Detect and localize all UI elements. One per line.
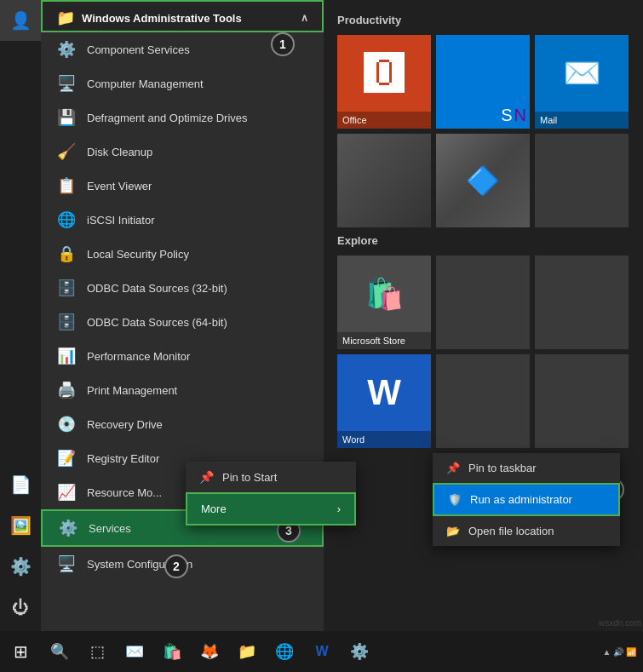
app-item-label: Defragment and Optimize Drives <box>87 112 248 124</box>
run-as-admin-item[interactable]: 🛡️ Run as administrator <box>433 483 620 516</box>
services-icon: ⚙️ <box>56 516 80 540</box>
taskbar-chrome-icon[interactable]: 🌐 <box>269 636 300 667</box>
task-view-icon: ⬚ <box>90 642 105 661</box>
tile-placeholder3[interactable] <box>535 134 629 227</box>
sidebar: 👤 📄 🖼️ ⚙️ ⏻ <box>0 0 41 631</box>
app-item-label: Performance Monitor <box>87 350 190 363</box>
tile-office-label: Office <box>337 112 431 129</box>
sidebar-photo-icon[interactable]: 🖼️ <box>0 505 41 546</box>
taskbar-settings-icon[interactable]: ⚙️ <box>344 636 375 667</box>
taskbar-search-button[interactable]: 🔍 <box>44 636 75 667</box>
chrome-icon: 🌐 <box>275 642 294 661</box>
open-file-label: Open file location <box>468 525 554 537</box>
start-button[interactable]: ⊞ <box>0 631 41 672</box>
section-header-admin-tools[interactable]: 📁 Windows Administrative Tools ∧ <box>41 0 324 32</box>
explore-label: Explore <box>337 234 629 247</box>
tiles-row-2: 🔷 <box>337 134 629 227</box>
section-collapse-arrow[interactable]: ∧ <box>301 12 308 24</box>
watermark: wsxdn.com <box>599 618 641 628</box>
run-as-admin-icon: 🛡️ <box>448 493 462 506</box>
word-icon: W <box>315 644 328 659</box>
app-item-perf-monitor[interactable]: 📊 Performance Monitor <box>41 339 324 373</box>
tile-word[interactable]: W Word <box>337 354 431 448</box>
app-item-label: ODBC Data Sources (64-bit) <box>87 316 227 329</box>
sidebar-power-icon[interactable]: ⏻ <box>0 587 41 628</box>
settings-icon: ⚙️ <box>350 642 369 661</box>
tile-mail-label: Mail <box>535 112 629 129</box>
tiles-row-3: 🛍️ Microsoft Store <box>337 256 629 349</box>
settings-icon: ⚙️ <box>10 556 32 577</box>
taskbar-firefox-icon[interactable]: 🦊 <box>194 636 225 667</box>
open-file-location-item[interactable]: 📂 Open file location <box>433 516 620 546</box>
pin-to-start-item[interactable]: 📌 Pin to Start <box>186 462 356 492</box>
start-icon: ⊞ <box>14 641 28 662</box>
print-mgmt-icon: 🖨️ <box>55 378 78 402</box>
computer-management-icon: 🖥️ <box>55 72 78 95</box>
app-item-computer-management[interactable]: 🖥️ Computer Management <box>41 66 324 101</box>
iscsi-icon: 🌐 <box>55 208 78 232</box>
app-item-label: Registry Editor <box>87 452 159 465</box>
app-item-label: Local Security Policy <box>87 248 189 261</box>
app-item-label: Computer Management <box>87 78 204 90</box>
odbc64-icon: 🗄️ <box>55 310 78 334</box>
disk-cleanup-icon: 🧹 <box>55 140 78 164</box>
tile-skype[interactable]: S N <box>436 35 530 129</box>
app-item-label: Component Services <box>87 43 190 56</box>
taskbar-system-tray: ▲ 🔊 📶 <box>603 647 643 657</box>
recovery-icon: 💿 <box>55 412 78 436</box>
step-badge-1: 1 <box>271 32 295 56</box>
app-item-local-security[interactable]: 🔒 Local Security Policy <box>41 237 324 271</box>
pin-to-start-label: Pin to Start <box>222 471 277 484</box>
taskbar-store-icon[interactable]: 🛍️ <box>157 636 187 667</box>
app-item-recovery[interactable]: 💿 Recovery Drive <box>41 407 324 441</box>
tile-placeholder2[interactable]: 🔷 <box>436 134 530 227</box>
folder-icon: 📁 <box>56 9 75 27</box>
sidebar-user-icon[interactable]: 👤 <box>0 0 41 41</box>
tile-placeholder4[interactable] <box>436 256 530 349</box>
app-item-label: Event Viewer <box>87 180 152 192</box>
resource-monitor-icon: 📈 <box>55 480 78 504</box>
app-item-defragment[interactable]: 💾 Defragment and Optimize Drives <box>41 101 324 135</box>
taskbar-explorer-icon[interactable]: 📁 <box>232 636 262 667</box>
taskbar-task-view[interactable]: ⬚ <box>82 636 112 667</box>
doc-icon: 📄 <box>10 474 32 495</box>
app-item-label: Recovery Drive <box>87 418 163 431</box>
app-item-odbc64[interactable]: 🗄️ ODBC Data Sources (64-bit) <box>41 305 324 339</box>
sidebar-settings-icon[interactable]: ⚙️ <box>0 546 41 587</box>
odbc32-icon: 🗄️ <box>55 276 78 300</box>
tile-placeholder5[interactable] <box>535 256 629 349</box>
app-item-label: Resource Mo... <box>87 486 162 499</box>
firefox-icon: 🦊 <box>200 642 219 661</box>
tile-office[interactable]: 🅾 Office <box>337 35 431 129</box>
system-config-icon: 🖥️ <box>55 552 78 576</box>
app-item-services-label: Services <box>89 522 131 535</box>
more-label: More <box>201 503 227 515</box>
tile-store[interactable]: 🛍️ Microsoft Store <box>337 256 431 349</box>
app-item-odbc32[interactable]: 🗄️ ODBC Data Sources (32-bit) <box>41 271 324 305</box>
event-viewer-icon: 📋 <box>55 174 78 198</box>
productivity-label: Productivity <box>337 14 629 26</box>
photo-icon: 🖼️ <box>10 515 32 536</box>
sidebar-doc-icon[interactable]: 📄 <box>0 464 41 505</box>
app-item-label: ODBC Data Sources (32-bit) <box>87 282 227 295</box>
tile-store-label: Microsoft Store <box>337 332 431 349</box>
pin-taskbar-item[interactable]: 📌 Pin to taskbar <box>433 453 620 483</box>
tile-mail[interactable]: ✉️ Mail <box>535 35 629 129</box>
tiles-row-4: W Word <box>337 354 629 448</box>
taskbar: ⊞ 🔍 ⬚ ✉️ 🛍️ 🦊 📁 🌐 W ⚙️ ▲ 🔊 📶 <box>0 631 643 672</box>
more-menu-item[interactable]: More › <box>187 494 354 524</box>
app-item-label: iSCSI Initiator <box>87 214 154 227</box>
app-item-iscsi[interactable]: 🌐 iSCSI Initiator <box>41 203 324 237</box>
app-item-event-viewer[interactable]: 📋 Event Viewer <box>41 169 324 203</box>
open-file-icon: 📂 <box>446 525 460 537</box>
perf-monitor-icon: 📊 <box>55 344 78 368</box>
tile-placeholder6 <box>436 354 530 448</box>
tile-placeholder1[interactable] <box>337 134 431 227</box>
app-item-disk-cleanup[interactable]: 🧹 Disk Cleanup <box>41 135 324 169</box>
app-item-print-mgmt[interactable]: 🖨️ Print Management <box>41 373 324 407</box>
taskbar-mail-icon[interactable]: ✉️ <box>119 636 150 667</box>
section-header-label: Windows Administrative Tools <box>82 12 242 25</box>
local-security-icon: 🔒 <box>55 242 78 266</box>
pin-taskbar-icon: 📌 <box>446 462 460 474</box>
taskbar-word-icon[interactable]: W <box>307 636 337 667</box>
